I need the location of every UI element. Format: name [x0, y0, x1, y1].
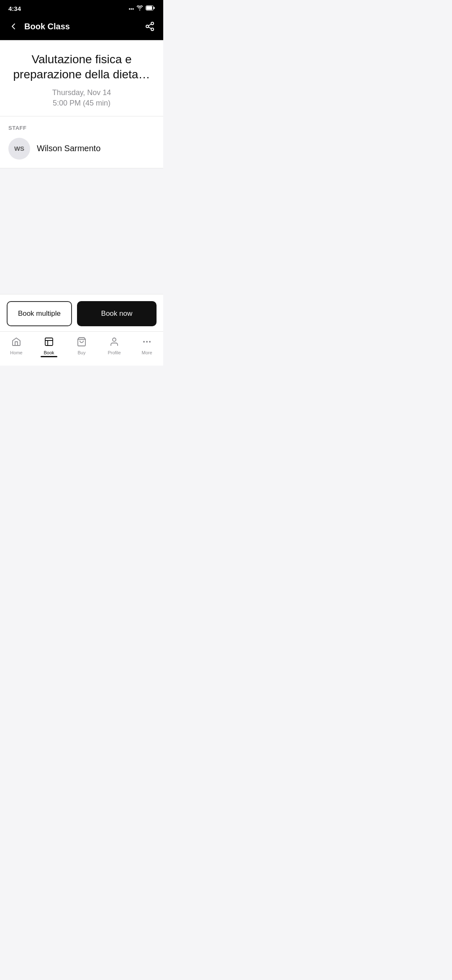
svg-point-14: [146, 341, 148, 343]
nav-title: Book Class: [24, 22, 70, 31]
status-bar: 4:34 ▪▪▪: [0, 0, 163, 15]
tab-buy-label: Buy: [78, 350, 86, 355]
class-time: 5:00 PM (45 min): [10, 99, 153, 108]
signal-icon: ▪▪▪: [128, 6, 134, 12]
status-bar-time: 4:34: [8, 5, 21, 12]
main-content: Valutazione fisica e preparazione della …: [0, 40, 163, 331]
wifi-icon: [136, 5, 143, 12]
tab-home[interactable]: Home: [0, 335, 33, 359]
class-header: Valutazione fisica e preparazione della …: [0, 40, 163, 116]
class-date: Thursday, Nov 14: [10, 88, 153, 97]
tab-profile[interactable]: Profile: [98, 335, 131, 359]
tab-bar: Home Book Buy: [0, 331, 163, 366]
svg-point-13: [143, 341, 145, 343]
staff-section: STAFF WS Wilson Sarmento: [0, 116, 163, 168]
svg-line-7: [149, 24, 152, 26]
tab-buy[interactable]: Buy: [65, 335, 98, 359]
svg-rect-1: [154, 7, 155, 9]
svg-point-12: [113, 338, 116, 341]
tab-profile-label: Profile: [108, 350, 121, 355]
tab-more-label: More: [141, 350, 152, 355]
svg-point-15: [149, 341, 151, 343]
more-icon: [142, 337, 152, 348]
staff-avatar: WS: [8, 138, 30, 160]
tab-more[interactable]: More: [131, 335, 163, 359]
battery-icon: [146, 5, 155, 12]
tab-book[interactable]: Book: [33, 335, 65, 359]
empty-area: [0, 168, 163, 294]
buy-icon: [77, 337, 87, 348]
staff-item: WS Wilson Sarmento: [8, 138, 155, 160]
svg-line-6: [149, 27, 152, 29]
share-button[interactable]: [143, 20, 157, 33]
profile-icon: [109, 337, 119, 348]
nav-bar: Book Class: [0, 15, 163, 40]
svg-rect-8: [45, 338, 53, 346]
staff-name: Wilson Sarmento: [37, 144, 100, 153]
back-button[interactable]: [7, 20, 20, 33]
staff-label: STAFF: [8, 125, 155, 131]
home-icon: [11, 337, 21, 348]
status-bar-icons: ▪▪▪: [128, 5, 155, 12]
svg-rect-2: [146, 6, 152, 10]
nav-bar-left: Book Class: [7, 20, 70, 33]
tab-book-label: Book: [44, 350, 54, 355]
tab-book-indicator: [41, 356, 57, 357]
action-buttons: Book multiple Book now: [0, 294, 163, 331]
tab-home-label: Home: [10, 350, 22, 355]
book-now-button[interactable]: Book now: [77, 301, 157, 326]
class-title: Valutazione fisica e preparazione della …: [10, 52, 153, 83]
book-icon: [44, 337, 54, 348]
book-multiple-button[interactable]: Book multiple: [7, 301, 72, 326]
